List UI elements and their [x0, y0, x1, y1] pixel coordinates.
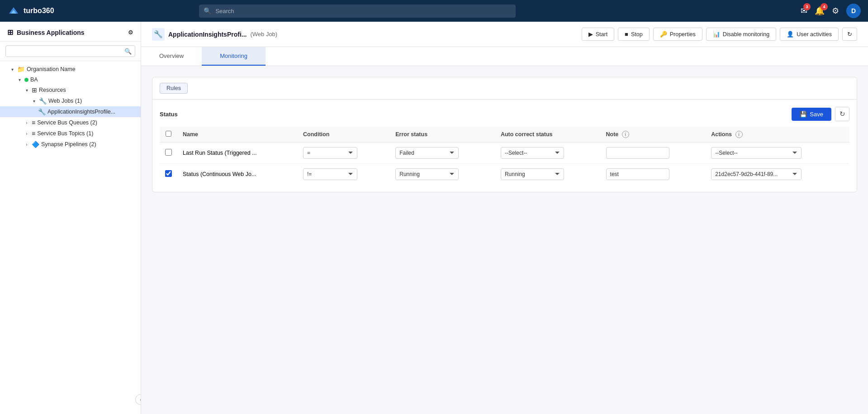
row2-name-text: Status (Continuous Web Jo... [183, 171, 256, 177]
notifications-button[interactable]: 🔔 4 [815, 6, 825, 16]
sidebar-tree: ▾ 📁 Organisation Name ▾ BA ▾ ⊞ Resources… [0, 61, 141, 414]
sidebar-item-sbtopics[interactable]: › ≡ Service Bus Topics (1) [0, 128, 141, 139]
sbtopic-icon: ≡ [32, 130, 35, 137]
sidebar-item-sbqueues[interactable]: › ≡ Service Bus Queues (2) [0, 117, 141, 128]
sidebar-header: ⊞ Business Applications ⚙ [0, 22, 141, 42]
row2-note-cell [601, 164, 706, 185]
rules-table: Name Condition Error status Auto correct… [160, 127, 849, 185]
sidebar-item-webjobs[interactable]: ▾ 🔧 Web Jobs (1) [0, 95, 141, 106]
th-name: Name [177, 127, 298, 143]
messages-button[interactable]: ✉ 3 [801, 6, 807, 16]
row2-note-input[interactable] [606, 168, 669, 180]
chevron-down-icon-wj: ▾ [31, 98, 37, 104]
folder-icon: 📁 [17, 66, 25, 73]
row2-condition-cell: = != [298, 164, 390, 185]
sidebar-search-input[interactable] [5, 45, 135, 57]
avatar-initial: D [851, 7, 856, 14]
sidebar-settings-button[interactable]: ⚙ [128, 29, 133, 36]
stop-button[interactable]: ■ Stop [618, 28, 650, 41]
chevron-down-icon-ba: ▾ [16, 76, 23, 83]
note-info-icon: i [622, 131, 629, 138]
sidebar-item-org[interactable]: ▾ 📁 Organisation Name [0, 64, 141, 75]
grid-icon: ⊞ [7, 28, 13, 37]
row1-note-cell [601, 143, 706, 164]
search-container: 🔍 [199, 5, 516, 18]
status-refresh-button[interactable]: ↻ [835, 107, 849, 121]
user-activities-button[interactable]: 👤 User activities [780, 28, 839, 41]
page-type-label: (Web Job) [250, 31, 277, 38]
row1-actions-select[interactable]: --Select-- Restart Stop [711, 147, 802, 159]
properties-label: Properties [670, 31, 696, 38]
row2-actions-select[interactable]: 21d2ec57-9d2b-441f-89... --Select-- [711, 168, 802, 180]
sidebar-item-ba[interactable]: ▾ BA [0, 75, 141, 85]
settings-button[interactable]: ⚙ [832, 6, 839, 16]
row1-auto-correct-select[interactable]: --Select-- Running Stopped [501, 147, 564, 159]
table-row: Last Run Status (Triggered ... = != [160, 143, 849, 164]
th-name-label: Name [183, 131, 198, 138]
refresh-header-button[interactable]: ↻ [842, 28, 857, 41]
search-input[interactable] [199, 5, 516, 18]
app-logo[interactable]: turbo360 [7, 5, 54, 17]
tab-overview[interactable]: Overview [141, 47, 202, 66]
th-actions: Actions i [706, 127, 849, 143]
row2-checkbox-cell [160, 164, 177, 185]
th-note-label: Note [606, 131, 619, 138]
th-auto-correct-label: Auto correct status [501, 131, 553, 138]
sidebar-item-synapse[interactable]: › 🔷 Synapse Pipelines (2) [0, 139, 141, 150]
sidebar-item-resources[interactable]: ▾ ⊞ Resources [0, 85, 141, 95]
chevron-down-icon: ▾ [9, 66, 15, 72]
sidebar-item-resources-label: Resources [39, 87, 66, 93]
start-label: Start [596, 31, 607, 38]
tab-monitoring[interactable]: Monitoring [202, 47, 266, 66]
save-button[interactable]: 💾 Save [792, 108, 831, 121]
start-button[interactable]: ▶ Start [582, 28, 614, 41]
row1-note-input[interactable] [606, 147, 669, 159]
th-note: Note i [601, 127, 706, 143]
sidebar-item-appinsights[interactable]: 🔧 ApplicationInsightsProfile... [0, 106, 141, 117]
row2-name: Status (Continuous Web Jo... [177, 164, 298, 185]
rules-header: Rules [152, 77, 857, 100]
select-all-checkbox[interactable] [166, 131, 171, 137]
user-avatar[interactable]: D [846, 4, 861, 18]
status-title: Status [160, 111, 178, 118]
status-actions: 💾 Save ↻ [792, 107, 849, 121]
sbqueue-icon: ≡ [32, 119, 35, 126]
grid-small-icon: ⊞ [32, 86, 37, 94]
search-icon: 🔍 [204, 7, 211, 14]
table-row: Status (Continuous Web Jo... = != [160, 164, 849, 185]
status-section: Status 💾 Save ↻ [152, 100, 857, 192]
sidebar-search-icon: 🔍 [124, 48, 132, 55]
actions-info-icon: i [735, 131, 743, 138]
main-layout: ⊞ Business Applications ⚙ 🔍 ▾ 📁 Organisa… [0, 22, 868, 414]
disable-monitoring-label: Disable monitoring [723, 31, 770, 38]
sidebar-item-sbqueues-label: Service Bus Queues (2) [37, 119, 97, 126]
chevron-right-icon-sbt: › [24, 130, 30, 137]
properties-button[interactable]: 🔑 Properties [653, 28, 702, 41]
row2-actions-cell: 21d2ec57-9d2b-441f-89... --Select-- [706, 164, 849, 185]
save-icon: 💾 [800, 111, 807, 118]
page-header-actions: ▶ Start ■ Stop 🔑 Properties 📊 Disable mo… [582, 28, 857, 41]
app-name: turbo360 [24, 7, 54, 15]
page-header: 🔧 ApplicationInsightsProfi... (Web Job) … [141, 22, 868, 47]
row2-auto-correct-cell: --Select-- Running Stopped [495, 164, 601, 185]
logo-icon [7, 5, 20, 17]
row2-checkbox[interactable] [165, 170, 172, 177]
row1-checkbox[interactable] [165, 149, 172, 156]
row1-name: Last Run Status (Triggered ... [177, 143, 298, 164]
sidebar-item-org-label: Organisation Name [27, 66, 76, 72]
row1-error-status-select[interactable]: Failed Running Stopped [395, 147, 459, 159]
sidebar: ⊞ Business Applications ⚙ 🔍 ▾ 📁 Organisa… [0, 22, 141, 414]
stop-icon: ■ [625, 31, 628, 38]
chevron-right-icon-sbq: › [24, 119, 30, 126]
row1-condition-select[interactable]: = != [303, 147, 357, 159]
row2-error-status-select[interactable]: Failed Running Stopped [395, 168, 459, 180]
rules-card: Rules Status 💾 Save ↻ [152, 77, 857, 192]
page-title: ApplicationInsightsProfi... [168, 31, 247, 38]
row2-auto-correct-select[interactable]: --Select-- Running Stopped [501, 168, 564, 180]
user-activities-label: User activities [797, 31, 832, 38]
disable-monitoring-button[interactable]: 📊 Disable monitoring [706, 28, 777, 41]
users-icon: 👤 [787, 31, 794, 38]
chevron-down-icon-res: ▾ [24, 87, 30, 93]
row2-condition-select[interactable]: = != [303, 168, 357, 180]
synapse-icon: 🔷 [32, 141, 39, 148]
